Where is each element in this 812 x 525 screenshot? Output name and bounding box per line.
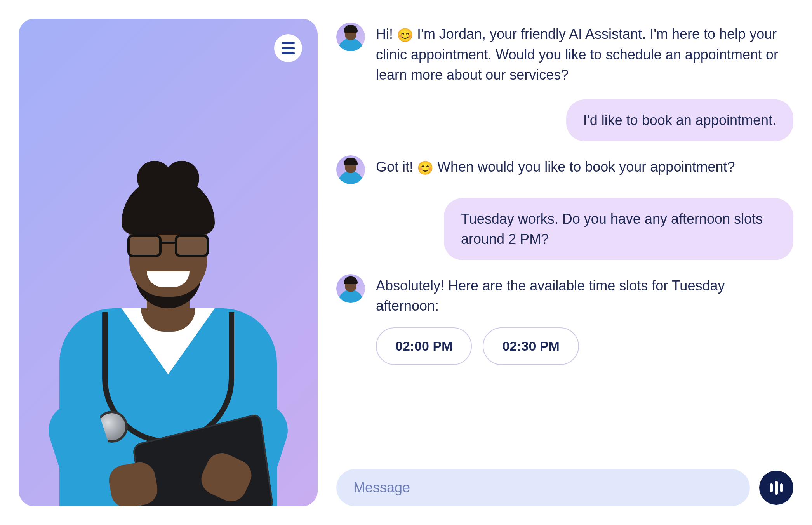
smile-emoji-icon: 😊	[417, 160, 433, 175]
message-text: Absolutely! Here are the available time …	[376, 274, 780, 365]
avatar	[336, 23, 365, 51]
message-user: Tuesday works. Do you have any afternoon…	[336, 198, 793, 260]
message-ai: Got it! 😊 When would you like to book yo…	[336, 155, 793, 184]
hamburger-icon	[282, 42, 295, 44]
avatar	[336, 155, 365, 184]
time-slot-row: 02:00 PM 02:30 PM	[376, 327, 780, 365]
composer	[336, 469, 793, 506]
time-slot-option[interactable]: 02:00 PM	[376, 327, 472, 365]
avatar	[336, 274, 365, 303]
message-text: Got it! 😊 When would you like to book yo…	[376, 155, 735, 177]
text: Hi!	[376, 26, 397, 42]
waveform-icon	[770, 481, 783, 495]
text: I'd like to book an appointment.	[583, 112, 776, 128]
voice-input-button[interactable]	[759, 471, 793, 505]
text: When would you like to book your appoint…	[433, 159, 735, 175]
text: Absolutely! Here are the available time …	[376, 278, 725, 314]
user-bubble: Tuesday works. Do you have any afternoon…	[444, 198, 793, 260]
chat-panel: Hi! 😊 I'm Jordan, your friendly AI Assis…	[336, 19, 793, 506]
text: I'm Jordan, your friendly AI Assistant. …	[376, 26, 778, 83]
message-ai: Absolutely! Here are the available time …	[336, 274, 793, 365]
user-bubble: I'd like to book an appointment.	[566, 99, 793, 141]
message-ai: Hi! 😊 I'm Jordan, your friendly AI Assis…	[336, 23, 793, 85]
message-text: Hi! 😊 I'm Jordan, your friendly AI Assis…	[376, 23, 780, 85]
time-slot-option[interactable]: 02:30 PM	[483, 327, 579, 365]
app-frame: Hi! 😊 I'm Jordan, your friendly AI Assis…	[0, 0, 812, 525]
hamburger-icon	[282, 52, 295, 54]
hamburger-icon	[282, 47, 295, 49]
smile-emoji-icon: 😊	[397, 28, 413, 42]
message-user: I'd like to book an appointment.	[336, 99, 793, 141]
message-input[interactable]	[336, 469, 750, 506]
text: Got it!	[376, 159, 417, 175]
hero-panel	[19, 19, 318, 506]
text: Tuesday works. Do you have any afternoon…	[461, 211, 763, 247]
assistant-illustration	[44, 118, 292, 506]
menu-button[interactable]	[274, 34, 302, 62]
message-list: Hi! 😊 I'm Jordan, your friendly AI Assis…	[336, 19, 793, 454]
